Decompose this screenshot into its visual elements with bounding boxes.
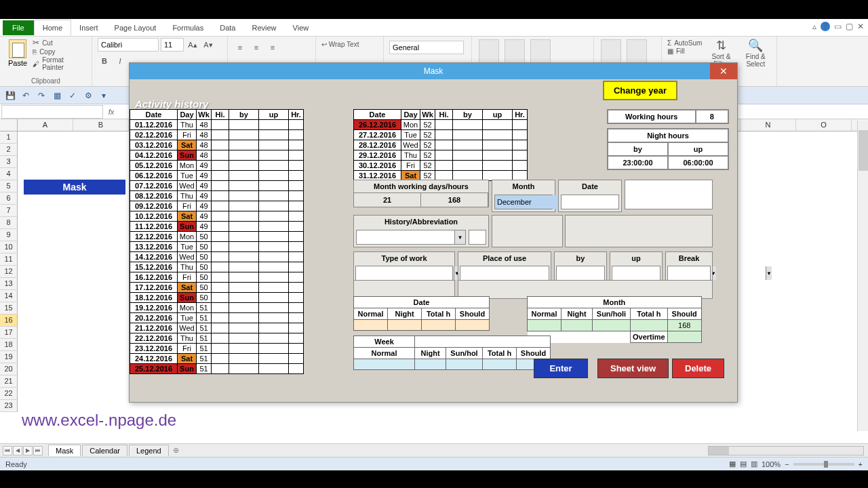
delete-button[interactable]: Delete [672, 359, 724, 378]
row-header[interactable]: 21 [0, 375, 18, 388]
tab-home[interactable]: Home [34, 20, 71, 36]
fx-icon[interactable]: fx [104, 108, 118, 116]
save-icon[interactable]: 💾 [4, 89, 16, 102]
tab-file[interactable]: File [3, 20, 34, 35]
zoom-slider[interactable] [793, 463, 854, 466]
col-header[interactable]: A [18, 119, 73, 131]
font-size-select[interactable]: 11 [161, 38, 184, 52]
find-select-button[interactable]: 🔍 Find & Select [741, 38, 771, 68]
dialog-close-button[interactable]: ✕ [710, 63, 737, 79]
row-header[interactable]: 4 [0, 168, 18, 180]
fill-button[interactable]: ▦ Fill [667, 47, 702, 55]
bold-button[interactable]: B [98, 54, 111, 68]
sheet-tab-legend[interactable]: Legend [129, 445, 169, 456]
sheet-view-button[interactable]: Sheet view [597, 359, 669, 378]
row-header[interactable]: 17 [0, 327, 18, 339]
pou-input[interactable] [460, 266, 558, 280]
win-min-icon[interactable]: ▭ [834, 22, 842, 31]
format-painter-button[interactable]: 🖌Format Painter [33, 56, 86, 71]
row-header[interactable]: 3 [0, 156, 18, 168]
row-header[interactable]: 7 [0, 205, 18, 217]
abbrev-field[interactable] [469, 230, 486, 245]
row-header[interactable]: 14 [0, 290, 18, 302]
chevron-down-icon[interactable]: ▼ [454, 230, 465, 244]
col-header[interactable]: B [73, 119, 129, 131]
tab-view[interactable]: View [285, 20, 317, 35]
tab-page-layout[interactable]: Page Layout [106, 20, 165, 35]
row-header[interactable]: 22 [0, 388, 18, 400]
chevron-down-icon[interactable]: ▼ [766, 266, 772, 280]
align-top-icon[interactable]: ≡ [233, 41, 247, 54]
vscroll-thumb[interactable] [859, 130, 868, 171]
decrease-font-icon[interactable]: A▾ [201, 38, 215, 52]
italic-button[interactable]: I [113, 54, 127, 68]
zoom-out-icon[interactable]: − [785, 460, 789, 468]
sheet-tab-calendar[interactable]: Calendar [82, 445, 127, 456]
sheet-nav-first-icon[interactable]: ⏮ [3, 446, 12, 455]
row-header[interactable]: 12 [0, 266, 18, 278]
wrap-text-button[interactable]: ↩ Wrap Text [321, 38, 359, 48]
horizontal-scrollbar[interactable] [708, 446, 864, 455]
qat-icon-2[interactable]: ✓ [66, 89, 79, 102]
row-header[interactable]: 11 [0, 253, 18, 266]
change-year-button[interactable]: Change year [603, 81, 677, 100]
font-name-select[interactable]: Calibri [98, 38, 159, 52]
view-normal-icon[interactable]: ▦ [729, 460, 736, 468]
row-header[interactable]: 20 [0, 363, 18, 375]
paste-button[interactable]: Paste [5, 38, 30, 68]
select-all-corner[interactable] [0, 119, 18, 131]
up-combo[interactable]: ▼ [612, 266, 660, 281]
name-box[interactable] [1, 105, 103, 119]
new-sheet-icon[interactable]: ⊕ [173, 446, 179, 455]
sheet-nav-last-icon[interactable]: ⏭ [33, 446, 43, 455]
col-header[interactable]: O [796, 119, 852, 131]
align-middle-icon[interactable]: ≡ [250, 41, 263, 54]
month-combo[interactable]: ▼ [494, 195, 553, 209]
number-format-select[interactable]: General [389, 41, 464, 54]
view-layout-icon[interactable]: ▤ [740, 460, 747, 468]
autosum-button[interactable]: Σ AutoSum [667, 39, 702, 47]
minimize-ribbon-icon[interactable]: ▵ [812, 22, 816, 31]
align-bottom-icon[interactable]: ≡ [266, 41, 279, 54]
break-combo[interactable]: ▼ [667, 266, 711, 281]
sheet-tab-mask[interactable]: Mask [48, 445, 81, 456]
tab-insert[interactable]: Insert [71, 20, 106, 35]
tab-formulas[interactable]: Formulas [164, 20, 212, 35]
redo-icon[interactable]: ↷ [35, 89, 47, 102]
zoom-in-icon[interactable]: + [859, 460, 863, 468]
dialog-titlebar[interactable]: Mask ✕ [130, 63, 737, 79]
increase-font-icon[interactable]: A▴ [186, 38, 199, 52]
undo-icon[interactable]: ↶ [20, 89, 32, 102]
pou-combo[interactable]: ▼ [460, 266, 549, 281]
row-header[interactable]: 10 [0, 241, 18, 253]
col-header[interactable]: N [741, 119, 796, 131]
row-header[interactable]: 9 [0, 229, 18, 241]
history-combo[interactable]: ▼ [356, 230, 466, 245]
enter-button[interactable]: Enter [534, 359, 588, 378]
tow-input[interactable] [356, 266, 454, 280]
tab-data[interactable]: Data [212, 20, 243, 35]
tow-combo[interactable]: ▼ [355, 266, 453, 281]
row-header[interactable]: 8 [0, 217, 18, 229]
cut-button[interactable]: ✂Cut [33, 38, 86, 47]
qat-icon-3[interactable]: ⚙ [82, 89, 94, 102]
row-header[interactable]: 15 [0, 302, 18, 314]
date-combo[interactable]: ▼ [561, 195, 619, 209]
sheet-nav-next-icon[interactable]: ▶ [23, 446, 33, 455]
win-restore-icon[interactable]: ▢ [846, 22, 853, 31]
cell-mask-button[interactable]: Mask [24, 180, 125, 195]
vertical-scrollbar[interactable] [857, 121, 868, 431]
qat-icon-1[interactable]: ▦ [51, 89, 63, 102]
row-header[interactable]: 1 [0, 131, 18, 144]
help-icon[interactable]: ? [821, 22, 830, 31]
view-break-icon[interactable]: ▥ [751, 460, 757, 468]
copy-button[interactable]: ⎘Copy [33, 48, 86, 56]
row-header[interactable]: 18 [0, 339, 18, 351]
row-header[interactable]: 13 [0, 278, 18, 290]
sheet-nav-prev-icon[interactable]: ◀ [13, 446, 22, 455]
history-input[interactable] [357, 230, 454, 244]
win-close-icon[interactable]: ✕ [857, 22, 864, 31]
break-input[interactable] [668, 266, 766, 280]
row-header[interactable]: 5 [0, 180, 18, 192]
hscroll-thumb[interactable] [709, 447, 729, 455]
